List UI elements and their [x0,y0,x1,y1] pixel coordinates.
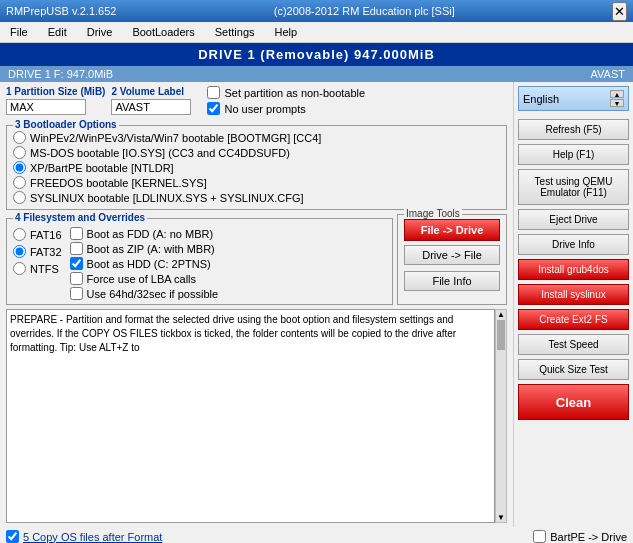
title-bar-center: (c)2008-2012 RM Education plc [SSi] [274,5,455,17]
fs-checkbox-col: Boot as FDD (A: no MBR) Boot as ZIP (A: … [70,227,218,300]
partition-size-col: 1 Partition Size (MiB) [6,86,105,115]
fs-checkbox-0[interactable] [70,227,83,240]
bootloader-option-3: FREEDOS bootable [KERNEL.SYS] [13,175,500,190]
bootloader-radio-3[interactable] [13,176,26,189]
fs-fat16-radio[interactable] [13,228,26,241]
fs-checkbox-3[interactable] [70,272,83,285]
bootloader-option-1: MS-DOS bootable [IO.SYS] (CC3 and CC4DDS… [13,145,500,160]
file-info-button[interactable]: File Info [404,271,500,291]
fs-cb-label-1: Boot as ZIP (A: with MBR) [87,243,215,255]
test-speed-button[interactable]: Test Speed [518,334,629,355]
scrollbar-thumb[interactable] [497,320,505,350]
volume-label-input[interactable] [111,99,191,115]
fs-fat32-row: FAT32 [13,244,62,259]
fs-ntfs-label: NTFS [30,263,59,275]
help-button[interactable]: Help (F1) [518,144,629,165]
grub4dos-button[interactable]: Install grub4dos [518,259,629,280]
bottom-section: 5 Copy OS files after Format BartPE -> D… [0,527,633,543]
drive-to-file-button[interactable]: Drive -> File [404,245,500,265]
fs-checkbox-4[interactable] [70,287,83,300]
copy-os-checkbox[interactable] [6,530,19,543]
filesystem-group: 4 Filesystem and Overrides FAT16 FAT32 [6,218,393,305]
fs-cb-label-3: Force use of LBA calls [87,273,196,285]
non-bootable-row: Set partition as non-bootable [207,86,365,99]
drive-info-left: DRIVE 1 F: 947.0MiB [8,68,113,80]
fs-ntfs-row: NTFS [13,261,62,276]
menu-file[interactable]: File [4,24,34,40]
bootloader-label-1: MS-DOS bootable [IO.SYS] (CC3 and CC4DDS… [30,147,290,159]
partition-size-label: 1 Partition Size (MiB) [6,86,105,97]
syslinux-button[interactable]: Install syslinux [518,284,629,305]
create-ext2-button[interactable]: Create Ext2 FS [518,309,629,330]
image-tools-title: Image Tools [404,208,462,219]
fs-cb-0: Boot as FDD (A: no MBR) [70,227,218,240]
fs-fat32-radio[interactable] [13,245,26,258]
volume-label-col: 2 Volume Label [111,86,191,115]
drive-header: DRIVE 1 (Removable) 947.000MiB [0,43,633,66]
bootloader-radio-2[interactable] [13,161,26,174]
bootloader-radio-0[interactable] [13,131,26,144]
lang-up-icon[interactable]: ▲ [610,90,624,98]
scroll-down-icon[interactable]: ▼ [496,513,506,522]
partition-row: 1 Partition Size (MiB) 2 Volume Label Se… [6,86,507,115]
no-user-prompts-checkbox[interactable] [207,102,220,115]
file-to-drive-button[interactable]: File -> Drive [404,219,500,241]
filesystem-title: 4 Filesystem and Overrides [13,212,147,223]
language-selector[interactable]: English ▲ ▼ [518,86,629,111]
prepare-area: PREPARE - Partition and format the selec… [6,309,507,523]
test-qemu-button[interactable]: Test using QEMU Emulator (F11) [518,169,629,205]
prepare-text: PREPARE - Partition and format the selec… [6,309,495,523]
bootloader-label-4: SYSLINUX bootable [LDLINUX.SYS + SYSLINU… [30,192,304,204]
bootloader-radio-1[interactable] [13,146,26,159]
menu-bar: File Edit Drive BootLoaders Settings Hel… [0,22,633,43]
menu-help[interactable]: Help [269,24,304,40]
bootloader-group: 3 Bootloader Options WinPEv2/WinPEv3/Vis… [6,125,507,210]
fs-cb-label-4: Use 64hd/32sec if possible [87,288,218,300]
scroll-up-icon[interactable]: ▲ [496,310,506,319]
copy-os-label[interactable]: 5 Copy OS files after Format [23,531,162,543]
bootloader-option-2: XP/BartPE bootable [NTLDR] [13,160,500,175]
fs-checkbox-1[interactable] [70,242,83,255]
partition-checkboxes: Set partition as non-bootable No user pr… [207,86,365,115]
fs-checkbox-2[interactable] [70,257,83,270]
refresh-button[interactable]: Refresh (F5) [518,119,629,140]
fs-cb-2: Boot as HDD (C: 2PTNS) [70,257,218,270]
menu-settings[interactable]: Settings [209,24,261,40]
partition-size-input[interactable] [6,99,86,115]
copy-os-row: 5 Copy OS files after Format BartPE -> D… [6,530,627,543]
bootloader-option-0: WinPEv2/WinPEv3/Vista/Win7 bootable [BOO… [13,130,500,145]
bartpe-label: BartPE -> Drive [550,531,627,543]
drive-info-right: AVAST [591,68,625,80]
main-content: 1 Partition Size (MiB) 2 Volume Label Se… [0,82,633,527]
language-spinner[interactable]: ▲ ▼ [610,90,624,107]
mid-row: 4 Filesystem and Overrides FAT16 FAT32 [6,214,507,305]
right-panel: English ▲ ▼ Refresh (F5) Help (F1) Test … [513,82,633,527]
image-tools-group: Image Tools File -> Drive Drive -> File … [397,214,507,305]
menu-bootloaders[interactable]: BootLoaders [126,24,200,40]
prepare-scrollbar[interactable]: ▲ ▼ [495,309,507,523]
menu-drive[interactable]: Drive [81,24,119,40]
bootloader-label-2: XP/BartPE bootable [NTLDR] [30,162,174,174]
fs-fat32-label: FAT32 [30,246,62,258]
eject-drive-button[interactable]: Eject Drive [518,209,629,230]
bootloader-title: 3 Bootloader Options [13,119,119,130]
language-label: English [523,93,559,105]
fs-cb-4: Use 64hd/32sec if possible [70,287,218,300]
menu-edit[interactable]: Edit [42,24,73,40]
non-bootable-checkbox[interactable] [207,86,220,99]
drive-info-button[interactable]: Drive Info [518,234,629,255]
fs-ntfs-radio[interactable] [13,262,26,275]
clean-button[interactable]: Clean [518,384,629,420]
bartpe-checkbox[interactable] [533,530,546,543]
bootloader-option-4: SYSLINUX bootable [LDLINUX.SYS + SYSLINU… [13,190,500,205]
quick-size-button[interactable]: Quick Size Test [518,359,629,380]
title-bar-text: RMPrepUSB v.2.1.652 [6,5,116,17]
non-bootable-label: Set partition as non-bootable [224,87,365,99]
fs-radio-col: FAT16 FAT32 NTFS [13,227,62,300]
bootloader-radio-4[interactable] [13,191,26,204]
bootloader-label-0: WinPEv2/WinPEv3/Vista/Win7 bootable [BOO… [30,132,321,144]
lang-down-icon[interactable]: ▼ [610,99,624,107]
fs-cb-label-2: Boot as HDD (C: 2PTNS) [87,258,211,270]
close-button[interactable]: ✕ [612,2,627,21]
fs-cb-1: Boot as ZIP (A: with MBR) [70,242,218,255]
